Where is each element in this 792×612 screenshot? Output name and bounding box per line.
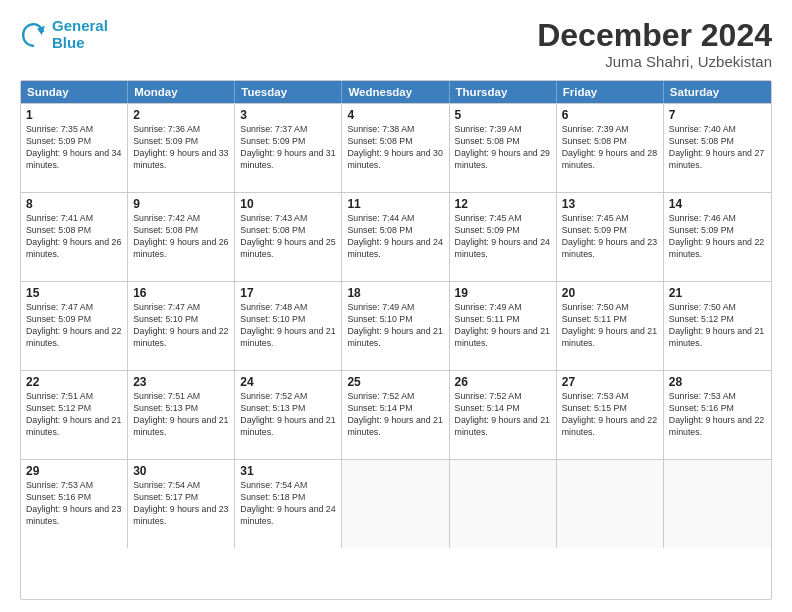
header-saturday: Saturday xyxy=(664,81,771,103)
calendar-cell: 18Sunrise: 7:49 AMSunset: 5:10 PMDayligh… xyxy=(342,282,449,370)
calendar-cell xyxy=(664,460,771,548)
day-number: 28 xyxy=(669,375,766,389)
day-number: 10 xyxy=(240,197,336,211)
cell-text: Sunrise: 7:37 AMSunset: 5:09 PMDaylight:… xyxy=(240,124,335,170)
calendar-cell: 9Sunrise: 7:42 AMSunset: 5:08 PMDaylight… xyxy=(128,193,235,281)
day-number: 22 xyxy=(26,375,122,389)
cell-text: Sunrise: 7:53 AMSunset: 5:16 PMDaylight:… xyxy=(26,480,121,526)
cell-text: Sunrise: 7:53 AMSunset: 5:15 PMDaylight:… xyxy=(562,391,657,437)
day-number: 20 xyxy=(562,286,658,300)
cell-text: Sunrise: 7:44 AMSunset: 5:08 PMDaylight:… xyxy=(347,213,442,259)
day-number: 21 xyxy=(669,286,766,300)
calendar-row: 29Sunrise: 7:53 AMSunset: 5:16 PMDayligh… xyxy=(21,459,771,548)
calendar-cell: 10Sunrise: 7:43 AMSunset: 5:08 PMDayligh… xyxy=(235,193,342,281)
day-number: 26 xyxy=(455,375,551,389)
day-number: 19 xyxy=(455,286,551,300)
calendar-row: 22Sunrise: 7:51 AMSunset: 5:12 PMDayligh… xyxy=(21,370,771,459)
day-number: 9 xyxy=(133,197,229,211)
cell-text: Sunrise: 7:45 AMSunset: 5:09 PMDaylight:… xyxy=(455,213,550,259)
day-number: 27 xyxy=(562,375,658,389)
cell-text: Sunrise: 7:42 AMSunset: 5:08 PMDaylight:… xyxy=(133,213,228,259)
day-number: 7 xyxy=(669,108,766,122)
calendar-cell: 4Sunrise: 7:38 AMSunset: 5:08 PMDaylight… xyxy=(342,104,449,192)
calendar-row: 8Sunrise: 7:41 AMSunset: 5:08 PMDaylight… xyxy=(21,192,771,281)
day-number: 1 xyxy=(26,108,122,122)
day-number: 6 xyxy=(562,108,658,122)
logo: General Blue xyxy=(20,18,108,51)
header-wednesday: Wednesday xyxy=(342,81,449,103)
calendar-body: 1Sunrise: 7:35 AMSunset: 5:09 PMDaylight… xyxy=(21,103,771,548)
cell-text: Sunrise: 7:49 AMSunset: 5:10 PMDaylight:… xyxy=(347,302,442,348)
day-number: 25 xyxy=(347,375,443,389)
calendar-cell: 22Sunrise: 7:51 AMSunset: 5:12 PMDayligh… xyxy=(21,371,128,459)
day-number: 15 xyxy=(26,286,122,300)
calendar-cell: 31Sunrise: 7:54 AMSunset: 5:18 PMDayligh… xyxy=(235,460,342,548)
cell-text: Sunrise: 7:39 AMSunset: 5:08 PMDaylight:… xyxy=(562,124,657,170)
day-number: 31 xyxy=(240,464,336,478)
calendar-cell: 29Sunrise: 7:53 AMSunset: 5:16 PMDayligh… xyxy=(21,460,128,548)
cell-text: Sunrise: 7:47 AMSunset: 5:10 PMDaylight:… xyxy=(133,302,228,348)
day-number: 8 xyxy=(26,197,122,211)
day-number: 12 xyxy=(455,197,551,211)
header-thursday: Thursday xyxy=(450,81,557,103)
calendar-cell: 1Sunrise: 7:35 AMSunset: 5:09 PMDaylight… xyxy=(21,104,128,192)
calendar-cell: 25Sunrise: 7:52 AMSunset: 5:14 PMDayligh… xyxy=(342,371,449,459)
logo-icon xyxy=(20,21,48,49)
logo-text: General Blue xyxy=(52,18,108,51)
day-number: 2 xyxy=(133,108,229,122)
calendar-cell: 19Sunrise: 7:49 AMSunset: 5:11 PMDayligh… xyxy=(450,282,557,370)
header-sunday: Sunday xyxy=(21,81,128,103)
cell-text: Sunrise: 7:40 AMSunset: 5:08 PMDaylight:… xyxy=(669,124,764,170)
cell-text: Sunrise: 7:47 AMSunset: 5:09 PMDaylight:… xyxy=(26,302,121,348)
cell-text: Sunrise: 7:54 AMSunset: 5:17 PMDaylight:… xyxy=(133,480,228,526)
calendar-cell: 13Sunrise: 7:45 AMSunset: 5:09 PMDayligh… xyxy=(557,193,664,281)
cell-text: Sunrise: 7:38 AMSunset: 5:08 PMDaylight:… xyxy=(347,124,442,170)
cell-text: Sunrise: 7:45 AMSunset: 5:09 PMDaylight:… xyxy=(562,213,657,259)
day-number: 30 xyxy=(133,464,229,478)
cell-text: Sunrise: 7:46 AMSunset: 5:09 PMDaylight:… xyxy=(669,213,764,259)
day-number: 4 xyxy=(347,108,443,122)
calendar-cell: 23Sunrise: 7:51 AMSunset: 5:13 PMDayligh… xyxy=(128,371,235,459)
calendar-cell xyxy=(557,460,664,548)
day-number: 24 xyxy=(240,375,336,389)
page: General Blue December 2024 Juma Shahri, … xyxy=(0,0,792,612)
day-number: 11 xyxy=(347,197,443,211)
cell-text: Sunrise: 7:51 AMSunset: 5:13 PMDaylight:… xyxy=(133,391,228,437)
cell-text: Sunrise: 7:50 AMSunset: 5:11 PMDaylight:… xyxy=(562,302,657,348)
cell-text: Sunrise: 7:52 AMSunset: 5:14 PMDaylight:… xyxy=(347,391,442,437)
day-number: 5 xyxy=(455,108,551,122)
calendar-row: 1Sunrise: 7:35 AMSunset: 5:09 PMDaylight… xyxy=(21,103,771,192)
header-monday: Monday xyxy=(128,81,235,103)
calendar-cell: 17Sunrise: 7:48 AMSunset: 5:10 PMDayligh… xyxy=(235,282,342,370)
calendar-cell: 20Sunrise: 7:50 AMSunset: 5:11 PMDayligh… xyxy=(557,282,664,370)
day-number: 23 xyxy=(133,375,229,389)
calendar-cell xyxy=(450,460,557,548)
subtitle: Juma Shahri, Uzbekistan xyxy=(537,53,772,70)
calendar-cell: 27Sunrise: 7:53 AMSunset: 5:15 PMDayligh… xyxy=(557,371,664,459)
calendar-cell: 24Sunrise: 7:52 AMSunset: 5:13 PMDayligh… xyxy=(235,371,342,459)
calendar-cell: 3Sunrise: 7:37 AMSunset: 5:09 PMDaylight… xyxy=(235,104,342,192)
calendar-cell: 30Sunrise: 7:54 AMSunset: 5:17 PMDayligh… xyxy=(128,460,235,548)
calendar-cell: 26Sunrise: 7:52 AMSunset: 5:14 PMDayligh… xyxy=(450,371,557,459)
calendar-cell: 8Sunrise: 7:41 AMSunset: 5:08 PMDaylight… xyxy=(21,193,128,281)
calendar-cell: 11Sunrise: 7:44 AMSunset: 5:08 PMDayligh… xyxy=(342,193,449,281)
cell-text: Sunrise: 7:52 AMSunset: 5:13 PMDaylight:… xyxy=(240,391,335,437)
day-number: 14 xyxy=(669,197,766,211)
calendar-row: 15Sunrise: 7:47 AMSunset: 5:09 PMDayligh… xyxy=(21,281,771,370)
day-number: 16 xyxy=(133,286,229,300)
calendar-header: Sunday Monday Tuesday Wednesday Thursday… xyxy=(21,81,771,103)
calendar-cell: 2Sunrise: 7:36 AMSunset: 5:09 PMDaylight… xyxy=(128,104,235,192)
header: General Blue December 2024 Juma Shahri, … xyxy=(20,18,772,70)
header-friday: Friday xyxy=(557,81,664,103)
cell-text: Sunrise: 7:39 AMSunset: 5:08 PMDaylight:… xyxy=(455,124,550,170)
cell-text: Sunrise: 7:52 AMSunset: 5:14 PMDaylight:… xyxy=(455,391,550,437)
cell-text: Sunrise: 7:53 AMSunset: 5:16 PMDaylight:… xyxy=(669,391,764,437)
calendar-cell: 21Sunrise: 7:50 AMSunset: 5:12 PMDayligh… xyxy=(664,282,771,370)
cell-text: Sunrise: 7:49 AMSunset: 5:11 PMDaylight:… xyxy=(455,302,550,348)
calendar: Sunday Monday Tuesday Wednesday Thursday… xyxy=(20,80,772,600)
cell-text: Sunrise: 7:51 AMSunset: 5:12 PMDaylight:… xyxy=(26,391,121,437)
calendar-cell: 14Sunrise: 7:46 AMSunset: 5:09 PMDayligh… xyxy=(664,193,771,281)
day-number: 13 xyxy=(562,197,658,211)
cell-text: Sunrise: 7:41 AMSunset: 5:08 PMDaylight:… xyxy=(26,213,121,259)
cell-text: Sunrise: 7:43 AMSunset: 5:08 PMDaylight:… xyxy=(240,213,335,259)
